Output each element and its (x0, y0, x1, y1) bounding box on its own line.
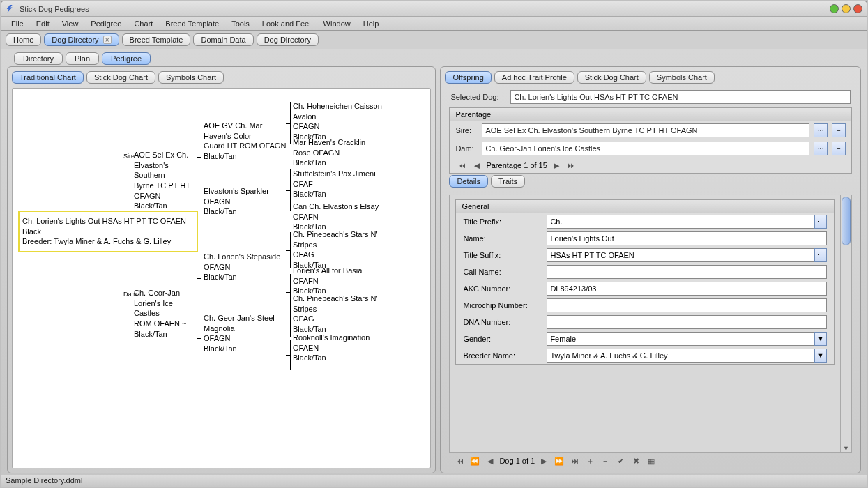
dog-add-icon[interactable]: ＋ (584, 455, 596, 466)
sire-label-form: Sire: (455, 126, 478, 135)
g3-a-name: AOE GV Ch. Mar Haven's Color Guard HT RO… (204, 121, 286, 150)
g3-b-name: Elvaston's Sparkler OFAGN (204, 187, 269, 206)
dog-nav-prev-icon[interactable]: ◀ (484, 455, 496, 466)
dog-nav-prevpage-icon[interactable]: ⏪ (469, 455, 481, 466)
gender-dropdown-icon[interactable]: ▼ (814, 332, 827, 346)
parentage-first-icon[interactable]: ⏮ (455, 160, 468, 171)
tab-directory[interactable]: Directory (14, 52, 63, 65)
g3-d-name: Ch. Geor-Jan's Steel Magnolia OFAGN (204, 314, 275, 342)
parentage-last-icon[interactable]: ⏭ (565, 160, 578, 171)
g4-d-name: Can Ch. Elvaston's Elsay OFAFN (293, 202, 379, 221)
dog-nav-last-icon[interactable]: ⏭ (568, 455, 581, 466)
tab-stick-dog-chart[interactable]: Stick Dog Chart (86, 71, 155, 84)
dam-input[interactable] (482, 142, 809, 155)
name-input[interactable] (547, 231, 827, 245)
tab-pedigree[interactable]: Pedigree (102, 52, 151, 65)
menu-view[interactable]: View (56, 18, 84, 29)
menu-look-and-feel[interactable]: Look and Feel (257, 18, 317, 29)
scroll-down-icon[interactable]: ▼ (841, 445, 851, 452)
dog-commit-icon[interactable]: ✔ (614, 455, 627, 466)
menu-breed-template[interactable]: Breed Template (160, 18, 224, 29)
dna-number-input[interactable] (547, 315, 827, 329)
parentage-prev-icon[interactable]: ◀ (471, 160, 483, 171)
akc-number-input[interactable] (547, 282, 827, 296)
focal-dog-box[interactable]: Ch. Lorien's Lights Out HSAs HT PT TC OF… (18, 211, 198, 252)
nav-domain-data[interactable]: Domain Data (193, 33, 253, 46)
titlebar: Stick Dog Pedigrees (1, 1, 867, 17)
title-prefix-input[interactable] (547, 215, 814, 229)
pedigree-chart: Sire AOE Sel Ex Ch. Elvaston's Southern … (12, 88, 431, 468)
dog-grid-icon[interactable]: ▦ (645, 455, 657, 466)
app-icon (6, 4, 15, 14)
nav-breed-template[interactable]: Breed Template (122, 33, 191, 46)
tab-traditional-chart[interactable]: Traditional Chart (12, 71, 84, 84)
close-tab-icon[interactable]: × (103, 36, 112, 44)
tab-symbols-chart-right[interactable]: Symbols Chart (649, 71, 715, 84)
maximize-button[interactable] (842, 4, 851, 13)
selected-dog-input[interactable] (510, 90, 851, 104)
nav-home[interactable]: Home (6, 33, 41, 46)
g4-e-name: Ch. Pinebeach's Stars N' Stripes OFAG (293, 230, 378, 259)
minimize-button[interactable] (830, 4, 839, 13)
microchip-label: Microchip Number: (463, 301, 547, 310)
g4-b-name: Mar Haven's Cracklin Rose OFAGN (293, 138, 365, 157)
g4-b-color: Black/Tan (293, 158, 326, 167)
focal-name: Ch. Lorien's Lights Out HSAs HT PT TC OF… (22, 217, 186, 225)
tab-adhoc-trait-profile[interactable]: Ad hoc Trait Profile (494, 71, 574, 84)
dna-number-label: DNA Number: (463, 318, 547, 326)
title-prefix-label: Title Prefix: (463, 218, 547, 226)
tab-details[interactable]: Details (449, 175, 488, 188)
title-suffix-lookup-button[interactable]: ⋯ (814, 248, 827, 262)
g4-h-name: Rooknoll's Imagination OFAEN (293, 333, 370, 352)
tab-stick-dog-chart-right[interactable]: Stick Dog Chart (577, 71, 646, 84)
sire-clear-button[interactable]: − (832, 123, 846, 137)
menu-chart[interactable]: Chart (128, 18, 158, 29)
dog-nav-next-icon[interactable]: ▶ (538, 455, 550, 466)
tab-plan[interactable]: Plan (66, 52, 99, 65)
details-scrollbar[interactable]: ▲ ▼ (840, 195, 851, 452)
gender-input[interactable] (547, 332, 814, 346)
dog-nav-nextpage-icon[interactable]: ⏩ (553, 455, 565, 466)
akc-number-label: AKC Number: (463, 284, 547, 293)
nav-dog-directory[interactable]: Dog Directory× (44, 33, 119, 46)
selected-dog-label: Selected Dog: (450, 93, 506, 101)
dam-clear-button[interactable]: − (832, 142, 846, 155)
g2-dam-color: ROM OFAEN ~ Black/Tan (134, 319, 187, 338)
g3-c-name: Ch. Lorien's Stepaside OFAGN (204, 252, 280, 271)
g2-sire-name: AOE Sel Ex Ch. Elvaston's Southern Byrne… (134, 151, 190, 200)
tab-symbols-chart[interactable]: Symbols Chart (158, 71, 224, 84)
chart-tabs: Traditional Chart Stick Dog Chart Symbol… (12, 71, 431, 84)
title-prefix-lookup-button[interactable]: ⋯ (814, 215, 827, 229)
close-button[interactable] (853, 4, 862, 13)
title-suffix-label: Title Suffix: (463, 251, 547, 259)
tab-traits[interactable]: Traits (491, 175, 525, 188)
menubar: File Edit View Pedigree Chart Breed Temp… (1, 17, 867, 31)
nav-dog-directory-2[interactable]: Dog Directory (257, 33, 319, 46)
tab-offspring[interactable]: Offspring (445, 71, 491, 84)
menu-window[interactable]: Window (318, 18, 356, 29)
microchip-input[interactable] (547, 298, 827, 312)
status-text: Sample Directory.ddml (6, 476, 82, 485)
g4-h-color: Black/Tan (293, 353, 326, 362)
menu-help[interactable]: Help (358, 18, 385, 29)
dog-remove-icon[interactable]: − (599, 455, 611, 466)
menu-pedigree[interactable]: Pedigree (85, 18, 127, 29)
dog-cancel-icon[interactable]: ✖ (630, 455, 642, 466)
parentage-next-icon[interactable]: ▶ (550, 160, 563, 171)
breeder-dropdown-icon[interactable]: ▼ (814, 349, 827, 363)
right-tabs: Offspring Ad hoc Trait Profile Stick Dog… (445, 71, 856, 84)
menu-edit[interactable]: Edit (31, 18, 55, 29)
breeder-name-input[interactable] (547, 349, 814, 363)
sire-lookup-button[interactable]: ⋯ (814, 123, 828, 137)
sire-input[interactable] (482, 123, 809, 137)
call-name-input[interactable] (547, 265, 827, 279)
title-suffix-input[interactable] (547, 248, 814, 262)
dog-nav-first-icon[interactable]: ⏮ (453, 455, 466, 466)
menu-tools[interactable]: Tools (226, 18, 255, 29)
gender-label: Gender: (463, 335, 547, 343)
g4-c-color: Black/Tan (293, 190, 326, 198)
menu-file[interactable]: File (6, 18, 29, 29)
dam-lookup-button[interactable]: ⋯ (814, 142, 828, 155)
scroll-thumb[interactable] (842, 197, 851, 245)
dog-position: Dog 1 of 1 (499, 457, 535, 465)
